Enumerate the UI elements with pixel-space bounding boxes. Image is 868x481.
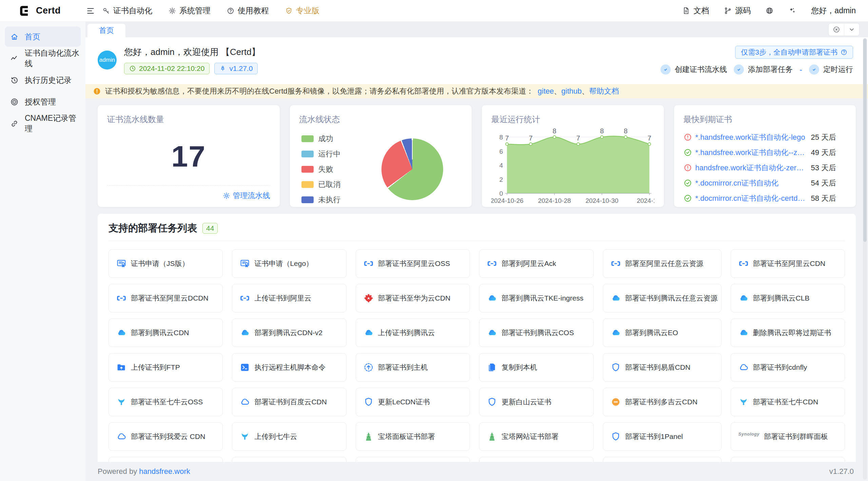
task-card[interactable]: 复制到本机 bbox=[479, 353, 593, 382]
tab-close-button[interactable] bbox=[829, 23, 844, 36]
task-card[interactable]: 更新白山云证书 bbox=[479, 388, 593, 416]
manage-pipelines-link[interactable]: 管理流水线 bbox=[223, 191, 270, 201]
task-card[interactable]: 执行远程主机脚本命令 bbox=[232, 353, 346, 382]
task-card[interactable]: 部署证书到腾讯云COS bbox=[479, 319, 593, 347]
expiring-cert-row: handsfree.work证书自动化-zerossl53 天后 bbox=[684, 160, 847, 175]
task-card[interactable]: 上传证书到腾讯云 bbox=[356, 319, 470, 347]
expiring-cert-link[interactable]: handsfree.work证书自动化-zerossl bbox=[695, 163, 806, 173]
task-card[interactable]: 部署证书到主机 bbox=[356, 353, 470, 382]
sidebar-item-pipelines[interactable]: 证书自动化流水线 bbox=[5, 48, 81, 69]
expiring-certs-list: *.handsfree.work证书自动化-lego25 天后*.handsfr… bbox=[684, 130, 847, 206]
task-card[interactable]: 部署至阿里云任意云资源 bbox=[603, 249, 722, 278]
task-card[interactable]: 部署证书到我爱云 CDN bbox=[108, 422, 223, 451]
topbar-source-code[interactable]: 源码 bbox=[724, 5, 751, 16]
task-card-partial[interactable] bbox=[108, 457, 223, 462]
sidebar-item-cname-records[interactable]: CNAME记录管理 bbox=[5, 113, 81, 134]
sidebar-item-history[interactable]: 执行历史记录 bbox=[5, 70, 81, 90]
notice-link-github[interactable]: github bbox=[561, 87, 582, 95]
task-label: 部署到腾讯云CDN bbox=[131, 328, 189, 338]
tab-home[interactable]: 首页 bbox=[87, 24, 125, 37]
task-card[interactable]: 部署到腾讯云CLB bbox=[731, 284, 845, 312]
task-card[interactable]: 部署证书至阿里云DCDN bbox=[108, 284, 223, 312]
task-card[interactable]: 上传证书到阿里云 bbox=[232, 284, 346, 312]
task-card[interactable]: 部署证书至七牛CDN bbox=[731, 388, 845, 416]
welcome-texts: 您好，admin，欢迎使用 【Certd】 2024-11-02 22:10:2… bbox=[124, 46, 260, 74]
expiring-cert-link[interactable]: *.handsfree.work证书自动化--zerossl bbox=[695, 148, 806, 158]
data-point bbox=[624, 136, 627, 138]
sidebar-item-authorizations[interactable]: 授权管理 bbox=[5, 92, 81, 112]
sidebar-collapse-icon[interactable] bbox=[86, 6, 95, 15]
topbar-language[interactable] bbox=[766, 7, 773, 15]
task-card[interactable]: 宝塔网站证书部署 bbox=[479, 422, 593, 451]
task-card-partial[interactable] bbox=[731, 457, 845, 462]
top-menu-pro-edition[interactable]: 专业版 bbox=[285, 5, 319, 16]
page-footer: Powered by handsfree.work v1.27.0 bbox=[85, 462, 868, 481]
task-card[interactable]: 证书申请（JS版） bbox=[108, 249, 223, 278]
rocket-icon bbox=[219, 65, 226, 72]
task-card-partial[interactable] bbox=[232, 457, 346, 462]
task-card[interactable]: 部署证书至华为云CDN bbox=[356, 284, 470, 312]
task-card[interactable]: 更新LeCDN证书 bbox=[356, 388, 470, 416]
task-card[interactable]: 部署证书到腾讯云任意云资源 bbox=[603, 284, 722, 312]
task-card[interactable]: 部署到腾讯云EO bbox=[603, 319, 722, 347]
legend-item-运行中[interactable]: 运行中 bbox=[301, 149, 341, 159]
top-menu-system-management[interactable]: 系统管理 bbox=[169, 5, 211, 16]
legend-item-未执行[interactable]: 未执行 bbox=[301, 195, 341, 205]
task-card[interactable]: 部署证书至阿里云CDN bbox=[731, 249, 845, 278]
task-card-partial[interactable] bbox=[603, 457, 722, 462]
card-title: 证书流水线数量 bbox=[107, 114, 270, 125]
legend-item-失败[interactable]: 失败 bbox=[301, 164, 341, 174]
expiring-cert-link[interactable]: *.docmirror.cn证书自动化 bbox=[695, 178, 779, 188]
task-card[interactable]: 宝塔面板证书部署 bbox=[356, 422, 470, 451]
task-label: 宝塔面板证书部署 bbox=[378, 432, 435, 441]
task-card[interactable]: 部署证书到1Panel bbox=[603, 422, 722, 451]
task-card[interactable]: 部署证书到多吉云CDN bbox=[603, 388, 722, 416]
baota-icon bbox=[487, 431, 497, 442]
task-card[interactable]: 部署到腾讯云CDN-v2 bbox=[232, 319, 346, 347]
welcome-section: admin 您好，admin，欢迎使用 【Certd】 2024-11-02 2… bbox=[85, 37, 868, 84]
handsfree-link[interactable]: handsfree.work bbox=[139, 467, 190, 476]
data-label: 7 bbox=[576, 134, 580, 142]
avatar[interactable]: admin bbox=[98, 51, 117, 70]
task-card[interactable]: 部署证书至七牛云OSS bbox=[108, 388, 223, 416]
sidebar-item-home[interactable]: 首页 bbox=[5, 26, 81, 47]
task-card[interactable]: 部署证书到百度云CDN bbox=[232, 388, 346, 416]
task-card[interactable]: 部署到阿里云Ack bbox=[479, 249, 593, 278]
topbar-theme[interactable] bbox=[788, 7, 796, 15]
expiring-cert-link[interactable]: *.handsfree.work证书自动化-lego bbox=[695, 132, 805, 142]
synology-icon: Synology bbox=[738, 431, 760, 442]
task-card[interactable]: 删除腾讯云即将过期证书 bbox=[731, 319, 845, 347]
legend-item-成功[interactable]: 成功 bbox=[301, 134, 341, 144]
task-card[interactable]: 部署证书至阿里云OSS bbox=[356, 249, 470, 278]
circle-close-icon bbox=[833, 26, 840, 33]
notice-link-gitee[interactable]: gitee bbox=[538, 87, 554, 95]
task-card[interactable]: 部署证书到cdnfly bbox=[731, 353, 845, 382]
copy-file-icon bbox=[487, 362, 497, 372]
scrollbar-thumb[interactable] bbox=[863, 39, 867, 242]
tab-menu-button[interactable] bbox=[844, 23, 859, 36]
legend-item-已取消[interactable]: 已取消 bbox=[301, 179, 341, 190]
terminal-icon bbox=[240, 362, 250, 372]
data-point bbox=[648, 143, 651, 146]
top-menu-cert-automation[interactable]: 证书自动化 bbox=[102, 5, 152, 16]
task-card[interactable]: 证书申请（Lego） bbox=[232, 249, 346, 278]
deploy-header: 支持的部署任务列表 44 bbox=[108, 222, 845, 235]
task-card[interactable]: 上传到七牛云 bbox=[232, 422, 346, 451]
task-card-partial[interactable] bbox=[356, 457, 470, 462]
expiring-cert-link[interactable]: *.docmirror.cn证书自动化-certd-doc bbox=[695, 193, 806, 204]
tencent-cloud-icon bbox=[738, 328, 749, 338]
promo-pill[interactable]: 仅需3步，全自动申请部署证书 bbox=[735, 46, 853, 59]
task-card[interactable]: 部署到腾讯云CDN bbox=[108, 319, 223, 347]
task-card-partial[interactable] bbox=[479, 457, 593, 462]
card-footer: 管理流水线 bbox=[107, 185, 270, 201]
task-card[interactable]: 部署证书到易盾CDN bbox=[603, 353, 722, 382]
task-card[interactable]: 上传证书到FTP bbox=[108, 353, 223, 382]
task-card[interactable]: 部署到腾讯云TKE-ingress bbox=[479, 284, 593, 312]
check-circle-icon bbox=[734, 64, 744, 75]
topbar-docs[interactable]: 文档 bbox=[682, 5, 709, 16]
topbar-user-greeting[interactable]: 您好，admin bbox=[811, 5, 856, 16]
notice-link-帮助文档[interactable]: 帮助文档 bbox=[589, 87, 619, 95]
top-menu-tutorial[interactable]: 使用教程 bbox=[227, 5, 269, 16]
content-scrollbar[interactable] bbox=[863, 38, 867, 480]
task-card[interactable]: Synology部署证书到群晖面板 bbox=[731, 422, 845, 451]
